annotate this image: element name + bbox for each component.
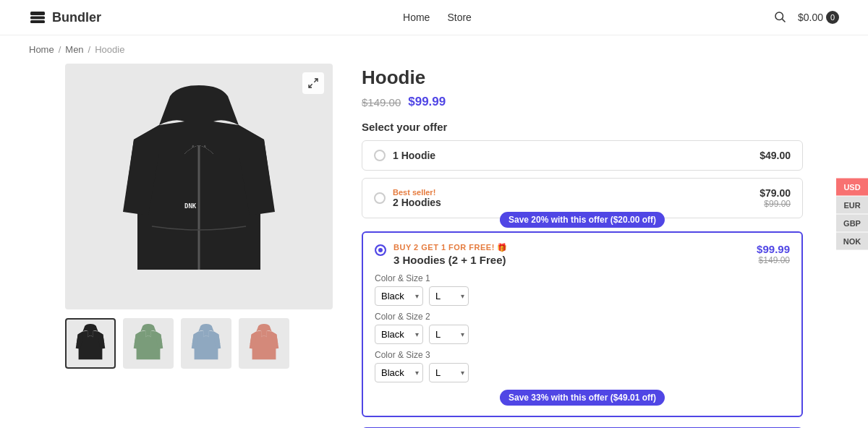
hoodie-image: DNK xyxy=(112,82,286,291)
color-select-2-wrap: BlackGreenBluePink xyxy=(375,325,423,344)
cs-label-1: Color & Size 1 xyxy=(375,273,790,283)
thumb-blue[interactable] xyxy=(181,318,231,369)
color-size-3: Color & Size 3 BlackGreenBluePink XSSMLX… xyxy=(375,350,790,382)
cs-selects-3: BlackGreenBluePink XSSMLXLXXL xyxy=(375,363,790,382)
bundle-original: $149.00 xyxy=(757,255,790,265)
search-icon xyxy=(773,10,786,23)
cs-selects-2: BlackGreenBluePink XSSMLXLXXL xyxy=(375,325,790,344)
color-select-1-wrap: BlackGreenBluePink xyxy=(375,286,423,306)
size-select-3-wrap: XSSMLXLXXL xyxy=(429,363,469,382)
thumb-pink[interactable] xyxy=(239,318,289,369)
price-row: $149.00 $99.99 xyxy=(362,95,803,109)
currency-gbp[interactable]: GBP xyxy=(836,215,868,232)
thumb-black[interactable] xyxy=(65,318,116,369)
cs-label-2: Color & Size 2 xyxy=(375,312,790,322)
main-content: DNK xyxy=(36,64,832,428)
thumbnail-list xyxy=(65,318,333,369)
breadcrumb-home[interactable]: Home xyxy=(29,44,54,55)
logo-icon xyxy=(29,9,46,26)
offer-1-price: $49.00 xyxy=(760,150,791,161)
color-select-2[interactable]: BlackGreenBluePink xyxy=(375,325,423,344)
size-select-2[interactable]: XSSMLXLXXL xyxy=(429,325,469,344)
offer-2-badge: Best seller! xyxy=(393,188,752,197)
offer-2-price: $79.00 xyxy=(760,187,791,199)
header: Bundler Home Store $0.00 0 xyxy=(0,0,868,35)
bundle-save-badge: Save 33% with this offer ($49.01 off) xyxy=(500,390,665,406)
color-size-1: Color & Size 1 BlackGreenBluePink XSSMLX… xyxy=(375,273,790,306)
color-select-3-wrap: BlackGreenBluePink xyxy=(375,363,423,382)
svg-line-9 xyxy=(314,79,318,82)
offer-2-title: 2 Hoodies xyxy=(393,197,752,208)
select-offer-label: Select your offer xyxy=(362,121,803,133)
cs-selects-1: BlackGreenBluePink XSSMLXLXXL xyxy=(375,286,790,306)
size-select-3[interactable]: XSSMLXLXXL xyxy=(429,363,469,382)
offer-1-hoodie[interactable]: 1 Hoodie $49.00 xyxy=(362,140,803,171)
svg-line-4 xyxy=(782,19,785,22)
size-select-2-wrap: XSSMLXLXXL xyxy=(429,325,469,344)
currency-eur[interactable]: EUR xyxy=(836,197,868,214)
offer-1-prices: $49.00 xyxy=(760,150,791,161)
expand-icon xyxy=(307,77,319,89)
offer-1-info: 1 Hoodie xyxy=(393,150,752,161)
cart-button[interactable]: $0.00 0 xyxy=(798,11,839,24)
cs-label-3: Color & Size 3 xyxy=(375,350,790,360)
svg-rect-0 xyxy=(30,12,45,15)
offer-1-radio xyxy=(374,150,386,161)
header-right: $0.00 0 xyxy=(773,10,839,25)
main-image: DNK xyxy=(65,64,333,309)
offer-2-original: $99.00 xyxy=(760,199,791,209)
product-gallery: DNK xyxy=(65,64,333,428)
svg-text:DNK: DNK xyxy=(184,202,197,210)
search-button[interactable] xyxy=(773,10,786,25)
original-price: $149.00 xyxy=(362,96,401,108)
color-select-1[interactable]: BlackGreenBluePink xyxy=(375,286,423,306)
cart-count: 0 xyxy=(826,11,839,24)
currency-nok[interactable]: NOK xyxy=(836,233,868,250)
size-select-1-wrap: XSSMLXLXXL xyxy=(429,286,469,306)
offer-2-hoodies[interactable]: Best seller! 2 Hoodies $79.00 $99.00 Sav… xyxy=(362,178,803,218)
breadcrumb-current: Hoodie xyxy=(95,44,124,55)
svg-line-10 xyxy=(309,84,312,87)
expand-button[interactable] xyxy=(302,72,324,94)
logo-text: Bundler xyxy=(52,10,101,25)
color-size-2: Color & Size 2 BlackGreenBluePink XSSMLX… xyxy=(375,312,790,344)
bundle-prices: $99.99 $149.00 xyxy=(757,243,790,265)
product-details: Hoodie $149.00 $99.99 Select your offer … xyxy=(362,64,803,428)
size-select-1[interactable]: XSSMLXLXXL xyxy=(429,286,469,306)
bundle-card[interactable]: BUY 2 GET 1 FOR FREE! 🎁 3 Hoodies (2 + 1… xyxy=(362,231,803,417)
svg-rect-2 xyxy=(30,20,45,23)
nav-store[interactable]: Store xyxy=(447,12,471,23)
offer-2-prices: $79.00 $99.00 xyxy=(760,187,791,209)
bundle-header: BUY 2 GET 1 FOR FREE! 🎁 3 Hoodies (2 + 1… xyxy=(375,243,790,266)
offer-2-radio xyxy=(374,192,386,204)
offer-2-save-badge: Save 20% with this offer ($20.00 off) xyxy=(500,212,665,228)
currency-sidebar: USD EUR GBP NOK xyxy=(836,179,868,250)
offer-1-title: 1 Hoodie xyxy=(393,150,752,161)
svg-rect-1 xyxy=(30,17,45,20)
bundle-title: 3 Hoodies (2 + 1 Free) xyxy=(393,254,749,266)
logo[interactable]: Bundler xyxy=(29,9,101,26)
color-select-3[interactable]: BlackGreenBluePink xyxy=(375,363,423,382)
bundle-radio xyxy=(375,244,386,256)
breadcrumb: Home / Men / Hoodie xyxy=(0,35,868,64)
offer-2-info: Best seller! 2 Hoodies xyxy=(393,188,752,208)
svg-point-3 xyxy=(775,12,783,20)
bundle-price: $99.99 xyxy=(757,243,790,255)
cart-price: $0.00 xyxy=(798,12,823,23)
bundle-save-wrap: Save 33% with this offer ($49.01 off) xyxy=(375,390,790,406)
product-title: Hoodie xyxy=(362,67,803,89)
bundle-info: BUY 2 GET 1 FOR FREE! 🎁 3 Hoodies (2 + 1… xyxy=(393,243,749,266)
bundle-tag: BUY 2 GET 1 FOR FREE! 🎁 xyxy=(393,243,749,252)
currency-usd[interactable]: USD xyxy=(836,179,868,196)
sale-price: $99.99 xyxy=(408,95,446,109)
breadcrumb-men[interactable]: Men xyxy=(65,44,83,55)
nav-home[interactable]: Home xyxy=(403,12,430,23)
main-nav: Home Store xyxy=(403,12,472,23)
thumb-green[interactable] xyxy=(123,318,174,369)
